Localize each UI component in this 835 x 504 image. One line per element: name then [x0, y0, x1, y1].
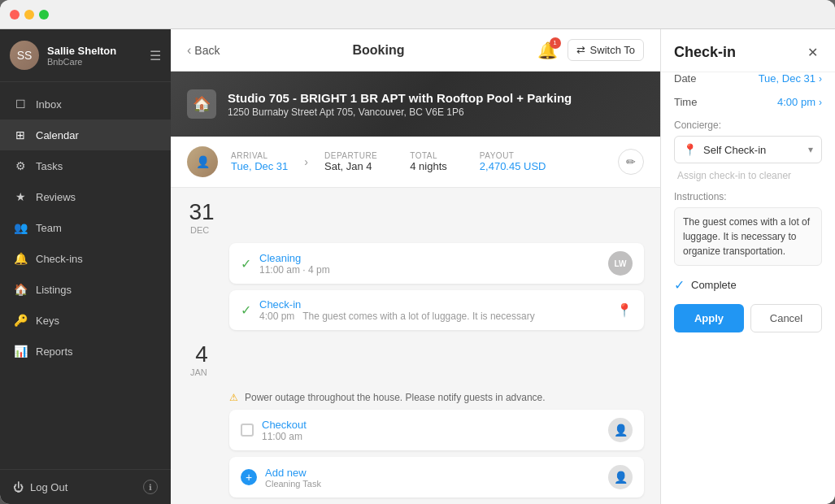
- date-value[interactable]: Tue, Dec 31 ›: [759, 72, 822, 85]
- list-item[interactable]: ✓ Check-in 4:00 pm The guest comes with …: [229, 290, 644, 330]
- list-item: + Add new Cleaning Task 👤: [229, 457, 644, 497]
- complete-check-icon[interactable]: ✓: [674, 277, 685, 293]
- person-icon: 👤: [608, 418, 633, 442]
- event-name: Cleaning: [259, 252, 600, 264]
- concierge-label: Concierge:: [674, 119, 822, 131]
- sidebar-username: Sallie Shelton: [47, 45, 150, 57]
- date-label: Date: [674, 72, 696, 85]
- complete-label: Complete: [691, 279, 737, 291]
- sidebar-item-listings[interactable]: 🏠 Listings: [0, 274, 171, 305]
- day-number: 4: [187, 343, 216, 366]
- arrival-label: ARRIVAL: [231, 151, 288, 160]
- total-label: TOTAL: [410, 151, 447, 160]
- info-icon[interactable]: ℹ: [143, 480, 158, 494]
- payout-value: 2,470.45 USD: [480, 160, 546, 172]
- switch-label: Switch To: [590, 44, 635, 56]
- logout-button[interactable]: ⏻ Log Out: [13, 481, 67, 493]
- departure-value: Sat, Jan 4: [324, 160, 377, 172]
- event-info: Add new Cleaning Task: [265, 467, 600, 489]
- sidebar-header: SS Sallie Shelton BnbCare ☰: [0, 29, 171, 82]
- back-chevron-icon: ‹: [187, 43, 191, 58]
- date-row: Date Tue, Dec 31 ›: [674, 72, 822, 85]
- person-icon: 👤: [608, 465, 633, 489]
- cancel-button[interactable]: Cancel: [750, 304, 822, 332]
- concierge-select[interactable]: 📍 Self Check-in ▾: [674, 136, 822, 163]
- event-time: 11:00 am · 4 pm: [259, 264, 600, 276]
- concierge-value: Self Check-in: [703, 144, 766, 156]
- event-info: Check-in 4:00 pm The guest comes with a …: [259, 298, 608, 322]
- back-label: Back: [194, 44, 220, 57]
- event-name: Check-in: [259, 298, 608, 311]
- alert-text: Power outage throughout the house. Pleas…: [245, 392, 546, 403]
- sidebar-item-label: Reviews: [36, 191, 76, 203]
- sidebar-item-team[interactable]: 👥 Team: [0, 212, 171, 243]
- add-new-button[interactable]: +: [241, 469, 257, 485]
- close-traffic-light[interactable]: [10, 10, 20, 20]
- panel-title: Check-in: [674, 44, 736, 61]
- team-icon: 👥: [13, 220, 28, 235]
- arrival-detail: ARRIVAL Tue, Dec 31: [231, 151, 288, 172]
- event-name: Checkout: [262, 419, 600, 431]
- event-info: Cleaning 11:00 am · 4 pm: [259, 252, 600, 276]
- fullscreen-traffic-light[interactable]: [39, 10, 49, 20]
- checkin-panel: Check-in ✕ Date Tue, Dec 31 › Time 4:00 …: [660, 29, 835, 504]
- sidebar-item-tasks[interactable]: ⚙ Tasks: [0, 150, 171, 181]
- sidebar-brand: BnbCare: [47, 57, 150, 67]
- sidebar-footer: ⏻ Log Out ℹ: [0, 469, 171, 504]
- reports-icon: 📊: [13, 344, 28, 358]
- booking-info-bar: 👤 ARRIVAL Tue, Dec 31 › DEPARTURE Sat, J…: [171, 137, 660, 188]
- checkout-checkbox[interactable]: [241, 424, 254, 437]
- booking-edit-button[interactable]: ✏: [618, 149, 644, 175]
- sidebar-item-label: Listings: [36, 284, 72, 296]
- notifications-button[interactable]: 🔔 1: [537, 41, 558, 60]
- day-header-dec31: 31 DEC: [187, 201, 644, 235]
- event-info: Checkout 11:00 am: [262, 419, 600, 442]
- tasks-icon: ⚙: [13, 159, 28, 173]
- day-header-jan4: 4 JAN: [187, 343, 644, 377]
- page-title: Booking: [220, 43, 537, 58]
- checkins-icon: 🔔: [13, 251, 28, 266]
- back-button[interactable]: ‹ Back: [187, 43, 220, 58]
- alert-icon: ⚠: [229, 392, 238, 403]
- chevron-down-icon: ▾: [808, 144, 813, 155]
- time-row: Time 4:00 pm ›: [674, 96, 822, 108]
- complete-row: ✓ Complete: [674, 277, 822, 293]
- sidebar-item-label: Keys: [36, 315, 59, 327]
- sidebar-item-label: Team: [36, 222, 62, 234]
- hamburger-icon[interactable]: ☰: [150, 48, 161, 63]
- minimize-traffic-light[interactable]: [24, 10, 34, 20]
- sidebar-item-keys[interactable]: 🔑 Keys: [0, 305, 171, 336]
- departure-label: DEPARTURE: [324, 151, 377, 160]
- main-content: ‹ Back Booking 🔔 1 ⇄ Switch To �: [171, 29, 660, 504]
- booking-arrow-icon: ›: [304, 155, 308, 168]
- property-address: 1250 Burnaby Street Apt 705, Vancouver, …: [228, 106, 572, 118]
- day-events-jan4: Checkout 11:00 am 👤 + Add new Clea: [229, 410, 644, 497]
- calendar-content: 31 DEC ✓ Cleaning 11:00 am · 4 pm L: [171, 188, 660, 504]
- concierge-select-inner: 📍 Self Check-in: [683, 143, 766, 156]
- apply-button[interactable]: Apply: [674, 304, 744, 332]
- date-chevron-icon: ›: [819, 73, 822, 85]
- departure-detail: DEPARTURE Sat, Jan 4: [324, 151, 377, 172]
- sidebar: SS Sallie Shelton BnbCare ☰ ☐ Inbox ⊞ Ca…: [0, 29, 171, 504]
- close-panel-button[interactable]: ✕: [802, 42, 822, 62]
- sidebar-item-inbox[interactable]: ☐ Inbox: [0, 89, 171, 119]
- day-events-dec31: ✓ Cleaning 11:00 am · 4 pm LW ✓ Check-in: [229, 243, 644, 330]
- sidebar-item-reports[interactable]: 📊 Reports: [0, 336, 171, 367]
- sidebar-item-checkins[interactable]: 🔔 Check-ins: [0, 243, 171, 274]
- logout-label: Log Out: [30, 481, 67, 493]
- sidebar-item-reviews[interactable]: ★ Reviews: [0, 181, 171, 212]
- sidebar-item-label: Calendar: [36, 129, 79, 141]
- time-value[interactable]: 4:00 pm ›: [777, 96, 822, 108]
- check-icon: ✓: [241, 302, 251, 318]
- event-time: 4:00 pm The guest comes with a lot of lu…: [259, 311, 608, 322]
- cleaner-avatar: LW: [608, 251, 633, 276]
- property-name: Studio 705 - BRIGHT 1 BR APT with Roofto…: [228, 91, 572, 105]
- avatar: SS: [10, 41, 39, 70]
- event-time: 11:00 am: [262, 431, 600, 442]
- app-window: SS Sallie Shelton BnbCare ☰ ☐ Inbox ⊞ Ca…: [0, 0, 835, 504]
- sidebar-nav: ☐ Inbox ⊞ Calendar ⚙ Tasks ★ Reviews 👥: [0, 82, 171, 469]
- reviews-icon: ★: [13, 189, 28, 204]
- sidebar-item-calendar[interactable]: ⊞ Calendar: [0, 119, 171, 150]
- switch-to-button[interactable]: ⇄ Switch To: [568, 39, 644, 61]
- switch-icon: ⇄: [576, 44, 585, 56]
